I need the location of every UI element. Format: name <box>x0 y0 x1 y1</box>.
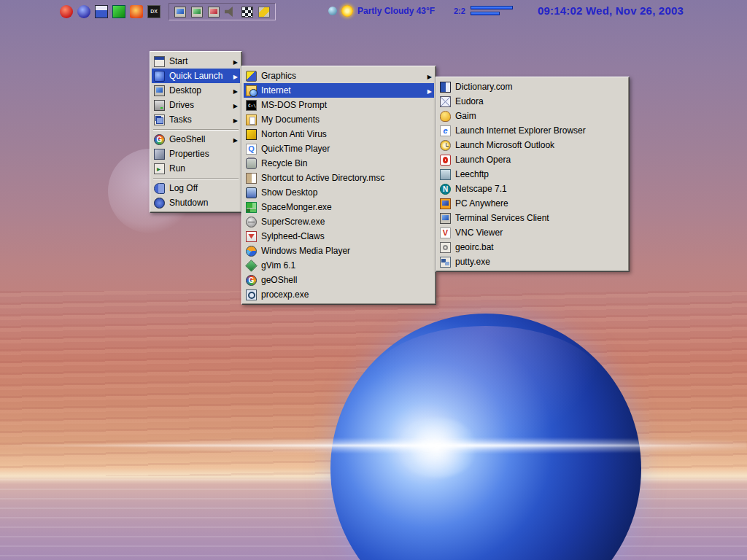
submenu-arrow-icon <box>427 85 432 96</box>
menu-item-leechftp[interactable]: Leechftp <box>438 167 627 182</box>
horizon-lens-flare <box>0 435 747 456</box>
meter-bar-top <box>471 6 513 9</box>
sylpheed-icon <box>246 231 257 242</box>
menu-item-label: Start <box>169 56 228 66</box>
menu-item-label: Shutdown <box>169 198 238 208</box>
menu-item-label: VNC Viewer <box>455 228 625 238</box>
dx-app-icon[interactable] <box>147 5 160 18</box>
pencil-icon[interactable] <box>258 7 270 18</box>
menu-item-windows-media-player[interactable]: Windows Media Player <box>244 244 434 258</box>
menu-item-norton-anti-virus[interactable]: Norton Anti Virus <box>244 127 434 141</box>
menu-item-eudora[interactable]: Eudora <box>438 94 627 109</box>
menu-item-label: Netscape 7.1 <box>455 184 625 194</box>
menu-item-launch-microsoft-outlook[interactable]: Launch Microsoft Outlook <box>438 138 627 152</box>
quicktime-icon <box>246 144 257 155</box>
display-icon[interactable] <box>174 7 186 18</box>
menu-item-procexp[interactable]: procexp.exe <box>244 287 434 302</box>
submenu-arrow-icon <box>233 100 238 110</box>
menu-item-gaim[interactable]: Gaim <box>438 109 627 123</box>
submenu-arrow-icon <box>233 134 238 144</box>
menu-item-quick-launch[interactable]: Quick Launch <box>152 69 240 83</box>
menu-item-shortcut-to-active-directory-msc[interactable]: Shortcut to Active Directory.msc <box>244 171 434 185</box>
menu-item-label: Recycle Bin <box>261 158 432 168</box>
menu-item-label: SpaceMonger.exe <box>261 202 432 212</box>
menu-item-sylpheed-claws[interactable]: Sylpheed-Claws <box>244 229 434 244</box>
menu-item-graphics[interactable]: Graphics <box>244 69 434 83</box>
menu-item-log-off[interactable]: Log Off <box>152 181 240 195</box>
meter-bar-bottom <box>471 12 500 15</box>
menu-item-label: Dictionary.com <box>455 82 625 92</box>
globe-icon <box>328 7 337 15</box>
menu-item-label: procexp.exe <box>261 289 432 300</box>
menu-item-spacemonger[interactable]: SpaceMonger.exe <box>244 200 434 214</box>
opera-icon <box>440 155 451 166</box>
menu-item-geoshell[interactable]: GeoShell <box>152 132 240 147</box>
menu-item-label: MS-DOS Prompt <box>261 100 432 110</box>
menu-item-netscape[interactable]: Netscape 7.1 <box>438 182 627 196</box>
netscape-icon <box>440 184 451 195</box>
menu-item-desktop[interactable]: Desktop <box>152 83 240 98</box>
menu-item-label: Launch Internet Explorer Browser <box>455 125 625 136</box>
batch-file-icon <box>440 242 451 253</box>
display-green-icon[interactable] <box>191 7 203 18</box>
menu-item-ms-dos-prompt[interactable]: MS-DOS Prompt <box>244 98 434 112</box>
speaker-icon[interactable] <box>225 7 236 18</box>
menu-item-label: Launch Microsoft Outlook <box>455 140 625 150</box>
menu-item-drives[interactable]: Drives <box>152 98 240 112</box>
shutdown-icon <box>154 198 165 209</box>
red-orb-app-icon[interactable] <box>60 5 73 18</box>
orange-orb-app-icon[interactable] <box>130 5 143 18</box>
tasks-icon <box>154 114 165 125</box>
menu-item-quicktime-player[interactable]: QuickTime Player <box>244 141 434 156</box>
cpu-meter[interactable]: 2:2 <box>454 6 513 15</box>
green-app-icon[interactable] <box>112 5 125 18</box>
menu-item-geoshell-app[interactable]: geOShell <box>244 273 434 287</box>
menu-item-show-desktop[interactable]: Show Desktop <box>244 185 434 200</box>
outlook-icon <box>440 140 451 151</box>
display-red-icon[interactable] <box>208 7 220 18</box>
menu-item-vnc-viewer[interactable]: VNC Viewer <box>438 225 627 240</box>
menu-item-label: geOShell <box>261 275 432 285</box>
blue-orb-app-icon[interactable] <box>77 5 90 18</box>
menu-item-run[interactable]: Run <box>152 161 240 176</box>
dictionary-icon <box>440 82 451 93</box>
menu-item-shutdown[interactable]: Shutdown <box>152 195 240 210</box>
menu-item-recycle-bin[interactable]: Recycle Bin <box>244 156 434 171</box>
menu-item-geoirc-bat[interactable]: geoirc.bat <box>438 240 627 254</box>
card-app-icon[interactable] <box>95 5 108 18</box>
menu-item-my-documents[interactable]: My Documents <box>244 112 434 127</box>
menu-item-label: Norton Anti Virus <box>261 129 432 139</box>
menu-item-putty[interactable]: putty.exe <box>438 254 627 269</box>
recycle-bin-icon <box>246 158 257 169</box>
sun-icon <box>341 5 353 17</box>
menu-item-launch-opera[interactable]: Launch Opera <box>438 152 627 167</box>
process-explorer-icon <box>246 289 257 300</box>
quick-launch-menu: Graphics Internet MS-DOS Prompt My Docum… <box>241 66 436 305</box>
menu-item-label: Leechftp <box>455 169 625 179</box>
menu-item-label: Sylpheed-Claws <box>261 231 432 241</box>
taskbar-tray <box>169 3 276 20</box>
menu-item-launch-internet-explorer-browser[interactable]: Launch Internet Explorer Browser <box>438 123 627 138</box>
properties-icon <box>154 149 165 160</box>
taskbar-clock[interactable]: 09:14:02 Wed, Nov 26, 2003 <box>538 4 684 17</box>
menu-separator <box>153 176 239 181</box>
active-directory-icon <box>246 173 257 184</box>
menu-item-properties[interactable]: Properties <box>152 147 240 161</box>
menu-item-label: Graphics <box>261 71 422 81</box>
menu-item-gvim[interactable]: gVim 6.1 <box>244 258 434 273</box>
menu-item-dictionary-com[interactable]: Dictionary.com <box>438 79 627 94</box>
weather-widget[interactable]: Partly Cloudy 43°F <box>328 5 435 17</box>
menu-item-superscrew[interactable]: SuperScrew.exe <box>244 214 434 229</box>
menu-item-tasks[interactable]: Tasks <box>152 112 240 127</box>
eudora-mail-icon <box>440 96 451 107</box>
menu-item-start[interactable]: Start <box>152 54 240 69</box>
geoshell-icon <box>154 134 165 145</box>
internet-folder-icon <box>246 85 257 96</box>
checkered-flag-icon[interactable] <box>241 7 253 18</box>
menu-item-label: Terminal Services Client <box>455 213 625 223</box>
menu-item-terminal-services-client[interactable]: Terminal Services Client <box>438 211 627 225</box>
menu-item-pc-anywhere[interactable]: PC Anywhere <box>438 196 627 211</box>
menu-item-internet[interactable]: Internet <box>244 83 434 98</box>
my-documents-icon <box>246 114 257 125</box>
run-icon <box>154 163 165 174</box>
